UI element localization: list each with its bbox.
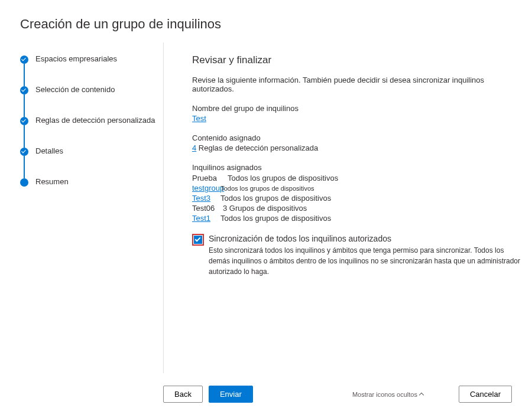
back-button[interactable]: Back (163, 386, 203, 403)
step-content-selection[interactable]: Selección de contenido (20, 85, 163, 116)
step-label: Resumen (35, 177, 69, 186)
group-name-link[interactable]: Test (192, 114, 206, 123)
tenant-name-link[interactable]: Test1 (192, 213, 218, 224)
show-hidden-label: Mostrar iconos ocultos (352, 391, 417, 398)
step-label: Detalles (35, 146, 63, 155)
footer-left-buttons: Back Enviar (163, 386, 253, 403)
tenant-row: Prueba Todos los grupos de dispositivos (192, 173, 520, 183)
step-connector (24, 125, 25, 148)
sync-checkbox[interactable] (194, 236, 202, 244)
step-connector (24, 64, 25, 86)
assigned-tenants-label: Inquilinos asignados (192, 163, 520, 172)
tenant-name: Prueba (192, 173, 225, 184)
sync-text: Sincronización de todos los inquilinos a… (209, 234, 520, 277)
step-summary[interactable]: Resumen (20, 177, 163, 186)
assigned-content-label: Contenido asignado (192, 133, 520, 142)
assigned-content-count-link[interactable]: 4 (192, 143, 196, 152)
show-hidden-icons[interactable]: Mostrar iconos ocultos (352, 391, 423, 398)
step-label: Espacios empresariales (35, 54, 117, 63)
step-label: Reglas de detección personalizada (35, 116, 155, 125)
check-icon (20, 117, 28, 125)
tenant-name-link[interactable]: testgroup (192, 183, 224, 194)
tenant-row: Test3 Todos los grupos de dispositivos (192, 193, 520, 203)
assigned-tenants-section: Inquilinos asignados Prueba Todos los gr… (192, 163, 520, 223)
tenant-scope: Todos los grupos de dispositivos (220, 183, 314, 194)
tenant-scope: 3 Grupos de dispositivos (223, 203, 307, 214)
tenant-row: Test06 3 Grupos de dispositivos (192, 203, 520, 213)
cancel-button[interactable]: Cancelar (459, 386, 512, 403)
step-list: Espacios empresariales Selección de cont… (20, 54, 163, 186)
assigned-content-section: Contenido asignado 4 Reglas de detección… (192, 133, 520, 152)
main-container: Espacios empresariales Selección de cont… (0, 43, 532, 373)
check-icon (20, 56, 28, 64)
wizard-sidebar: Espacios empresariales Selección de cont… (0, 43, 164, 373)
group-name-label: Nombre del grupo de inquilinos (192, 104, 520, 113)
step-details[interactable]: Detalles (20, 146, 163, 177)
sync-section: Sincronización de todos los inquilinos a… (192, 234, 520, 277)
content-title: Revisar y finalizar (192, 54, 520, 66)
assigned-content-text: Reglas de detección personalizada (199, 143, 318, 152)
check-icon (20, 86, 28, 94)
tenant-name: Test06 (192, 203, 220, 214)
tenant-scope: Todos los grupos de dispositivos (228, 173, 338, 184)
chevron-up-icon (419, 393, 424, 397)
current-step-icon (20, 178, 28, 187)
step-tenants[interactable]: Espacios empresariales (20, 54, 163, 85)
submit-button[interactable]: Enviar (209, 386, 253, 403)
content-description: Revise la siguiente información. También… (192, 76, 520, 93)
step-connector (24, 94, 25, 117)
step-connector (24, 156, 25, 178)
sync-title: Sincronización de todos los inquilinos a… (209, 234, 520, 243)
tenant-row: Test1 Todos los grupos de dispositivos (192, 213, 520, 223)
sync-checkbox-highlight (192, 234, 204, 246)
page-title: Creación de un grupo de inquilinos (0, 0, 532, 43)
sync-description: Esto sincronizará todos los inquilinos y… (209, 245, 520, 277)
check-icon (20, 148, 28, 156)
footer-right-buttons: Cancelar (459, 386, 512, 403)
tenant-row: testgroup Todos los grupos de dispositiv… (192, 183, 520, 193)
tenant-table: Prueba Todos los grupos de dispositivos … (192, 173, 520, 223)
tenant-name-link[interactable]: Test3 (192, 193, 218, 204)
content-panel: Revisar y finalizar Revise la siguiente … (164, 43, 532, 373)
group-name-section: Nombre del grupo de inquilinos Test (192, 104, 520, 123)
tenant-scope: Todos los grupos de dispositivos (220, 213, 331, 224)
step-detection-rules[interactable]: Reglas de detección personalizada (20, 116, 163, 146)
step-label: Selección de contenido (35, 85, 115, 94)
footer-bar: Back Enviar Mostrar iconos ocultos Cance… (0, 386, 532, 403)
tenant-scope: Todos los grupos de dispositivos (220, 193, 331, 204)
